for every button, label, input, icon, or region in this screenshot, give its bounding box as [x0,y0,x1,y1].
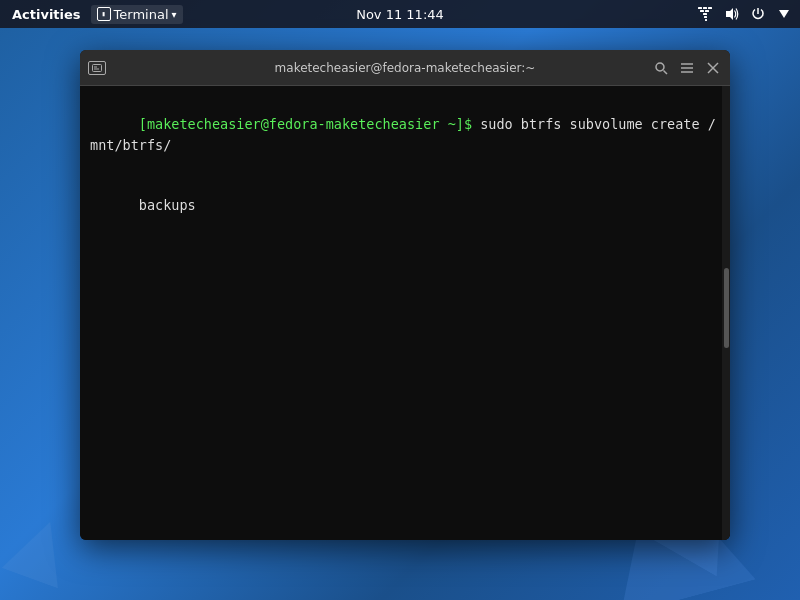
terminal-line-1: [maketecheasier@fedora-maketecheasier ~]… [90,94,720,175]
terminal-title: maketecheasier@fedora-maketecheasier:~ [275,61,536,75]
terminal-titlebar: maketecheasier@fedora-maketecheasier:~ [80,50,730,86]
terminal-content[interactable]: [maketecheasier@fedora-maketecheasier ~]… [80,86,730,540]
svg-rect-5 [703,13,707,15]
chevron-down-icon: ▾ [172,9,177,20]
activities-button[interactable]: Activities [8,5,85,24]
titlebar-controls [652,59,722,77]
terminal-taskbar-icon: ▮ [97,7,111,21]
terminal-scrollbar[interactable] [722,86,730,540]
topbar: Activities ▮ Terminal ▾ Nov 11 11:44 [0,0,800,28]
terminal-window: maketecheasier@fedora-maketecheasier:~ [80,50,730,540]
svg-marker-8 [726,8,733,20]
bg-shape-3 [2,512,79,589]
svg-point-13 [656,63,664,71]
topbar-datetime: Nov 11 11:44 [356,7,444,22]
svg-rect-6 [704,16,707,18]
topbar-right [698,6,792,22]
terminal-search-button[interactable] [652,59,670,77]
svg-line-14 [664,70,668,74]
terminal-menu-button[interactable] [678,59,696,77]
svg-rect-4 [705,10,709,12]
svg-rect-7 [705,19,707,21]
datetime-label: Nov 11 11:44 [356,7,444,22]
svg-rect-1 [703,7,707,9]
titlebar-left [88,61,128,75]
terminal-close-button[interactable] [704,59,722,77]
network-icon[interactable] [698,6,714,22]
svg-marker-9 [779,10,789,18]
svg-rect-10 [93,64,102,71]
volume-icon[interactable] [724,6,740,22]
svg-rect-0 [698,7,702,9]
svg-rect-2 [708,7,712,9]
terminal-icon-char: ▮ [101,10,105,18]
terminal-taskbar-button[interactable]: ▮ Terminal ▾ [91,5,183,24]
terminal-taskbar-label: Terminal [114,7,169,22]
topbar-dropdown-icon[interactable] [776,6,792,22]
svg-rect-3 [700,10,704,12]
scrollbar-thumb [724,268,729,348]
terminal-window-icon [88,61,106,75]
terminal-line-2: backups [90,175,720,236]
power-icon[interactable] [750,6,766,22]
topbar-left: Activities ▮ Terminal ▾ [8,5,183,24]
terminal-prompt: [maketecheasier@fedora-maketecheasier ~]… [139,116,480,132]
terminal-command-2: backups [139,197,196,213]
